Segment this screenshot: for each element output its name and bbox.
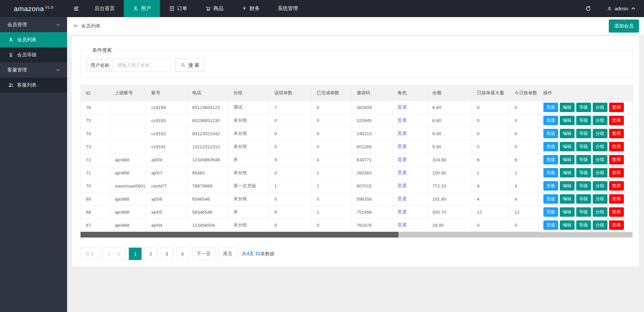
action-recharge-button[interactable]: 充值 [543, 142, 558, 151]
page-prev-button[interactable]: 上一页 [102, 248, 126, 260]
action-edit-button[interactable]: 编辑 [560, 194, 575, 204]
role-link[interactable]: 普通 [397, 183, 407, 188]
role-link[interactable]: 普通 [397, 105, 407, 110]
horizontal-scrollbar[interactable] [80, 232, 633, 238]
action-recharge-button[interactable]: 充值 [543, 168, 558, 177]
sidebar-group-会员管理[interactable]: 会员管理 [0, 17, 67, 32]
action-disable-button[interactable]: 禁用 [609, 181, 624, 191]
cell-role: 普通 [392, 153, 427, 166]
action-level-button[interactable]: 等级 [576, 155, 591, 164]
action-disable-button[interactable]: 禁用 [609, 129, 624, 138]
nav-item-label: 订单 [177, 5, 187, 12]
action-recharge-button[interactable]: 充值 [543, 129, 558, 138]
role-link[interactable]: 普通 [397, 196, 407, 201]
action-recharge-button[interactable]: 充值 [543, 103, 558, 112]
action-group-button[interactable]: 分组 [593, 129, 607, 138]
action-edit-button[interactable]: 编辑 [560, 207, 575, 217]
action-group-button[interactable]: 分组 [593, 103, 607, 112]
search-row: 用户名称 搜 索 [86, 59, 626, 71]
sidebar-item-会员等级[interactable]: 会员等级 [0, 47, 67, 62]
action-level-button[interactable]: 等级 [576, 129, 591, 138]
action-recharge-button[interactable]: 充值 [543, 155, 558, 164]
refresh-icon[interactable] [578, 0, 598, 17]
content-card: 条件搜索 用户名称 搜 索 ID上级账号账号电话分组该组单数已完 [72, 36, 639, 266]
action-level-button[interactable]: 等级 [576, 103, 591, 112]
action-level-button[interactable]: 等级 [576, 181, 591, 191]
cell-completed: 0 [312, 101, 352, 114]
cell-account: aj007 [146, 166, 187, 179]
action-disable-button[interactable]: 禁用 [609, 168, 624, 177]
nav-item-订单[interactable]: 订单 [160, 0, 196, 17]
sidebar-item-会员列表[interactable]: 会员列表 [0, 32, 67, 47]
action-recharge-button[interactable]: 充值 [543, 207, 558, 217]
table-row: 75cc919385236951230未分组00320945普通6.8000充值… [81, 114, 633, 127]
action-disable-button[interactable]: 禁用 [609, 220, 624, 230]
action-edit-button[interactable]: 编辑 [560, 116, 575, 125]
role-link[interactable]: 普通 [397, 144, 407, 149]
page-number-1[interactable]: 1 [129, 248, 142, 260]
action-disable-button[interactable]: 禁用 [609, 155, 624, 164]
action-group-button[interactable]: 分组 [593, 116, 607, 125]
page-last-button[interactable]: 尾页 [218, 248, 237, 260]
action-recharge-button[interactable]: 充值 [543, 194, 558, 204]
page-number-4[interactable]: 4 [176, 248, 189, 260]
sidebar-item-客服列表[interactable]: 客服列表 [0, 77, 67, 93]
cell-phone: 12345663546 [187, 153, 228, 166]
action-edit-button[interactable]: 编辑 [560, 168, 575, 177]
role-link[interactable]: 普通 [397, 222, 407, 227]
action-disable-button[interactable]: 禁用 [609, 103, 624, 112]
action-edit-button[interactable]: 编辑 [560, 155, 575, 164]
action-level-button[interactable]: 等级 [576, 207, 591, 217]
action-group-button[interactable]: 分组 [593, 207, 607, 217]
nav-item-商品[interactable]: 商品 [196, 0, 232, 17]
username-input[interactable] [113, 59, 171, 71]
action-recharge-button[interactable]: 充值 [543, 116, 558, 125]
user-menu[interactable]: admin [598, 0, 644, 17]
nav-right: admin [578, 0, 644, 17]
action-level-button[interactable]: 等级 [576, 168, 591, 177]
action-edit-button[interactable]: 编辑 [560, 220, 575, 230]
nav-item-系统管理[interactable]: 系统管理 [269, 0, 307, 17]
role-link[interactable]: 普通 [397, 157, 407, 162]
action-group-button[interactable]: 分组 [593, 220, 607, 230]
sidebar-group-客服管理[interactable]: 客服管理 [0, 62, 67, 77]
action-edit-button[interactable]: 编辑 [560, 181, 575, 191]
page-next-button[interactable]: 下一页 [192, 248, 215, 260]
action-edit-button[interactable]: 编辑 [560, 142, 575, 151]
action-disable-button[interactable]: 禁用 [609, 142, 624, 151]
action-disable-button[interactable]: 禁用 [609, 116, 624, 125]
page-first-button[interactable]: 首页 [80, 248, 99, 260]
cell-account: aj004 [146, 219, 187, 232]
action-group-button[interactable]: 分组 [593, 194, 607, 204]
action-group-button[interactable]: 分组 [593, 155, 607, 164]
role-link[interactable]: 普通 [397, 131, 407, 136]
add-member-button[interactable]: 添加会员 [609, 19, 639, 33]
page-number-2[interactable]: 2 [145, 248, 157, 260]
hamburger-icon[interactable] [67, 0, 86, 17]
action-edit-button[interactable]: 编辑 [560, 103, 575, 112]
nav-item-后台首页[interactable]: 后台首页 [86, 0, 124, 17]
nav-item-用户[interactable]: 用户 [124, 0, 160, 17]
action-group-button[interactable]: 分组 [593, 142, 607, 151]
page-number-3[interactable]: 3 [160, 248, 173, 260]
action-disable-button[interactable]: 禁用 [609, 194, 624, 204]
nav-item-财务[interactable]: ¥财务 [232, 0, 269, 17]
action-level-button[interactable]: 等级 [576, 220, 591, 230]
action-level-button[interactable]: 等级 [576, 116, 591, 125]
search-button[interactable]: 搜 索 [175, 59, 204, 71]
cell-balance: 772.10 [427, 179, 472, 193]
action-level-button[interactable]: 等级 [576, 194, 591, 204]
action-disable-button[interactable]: 禁用 [609, 207, 624, 217]
role-link[interactable]: 普通 [397, 118, 407, 123]
cell-daily_max: 0 [472, 101, 509, 114]
action-group-button[interactable]: 分组 [593, 168, 607, 177]
horizontal-scrollbar-thumb[interactable] [80, 232, 398, 238]
action-edit-button[interactable]: 编辑 [560, 129, 575, 138]
role-link[interactable]: 普通 [397, 170, 407, 175]
action-level-button[interactable]: 等级 [576, 142, 591, 151]
search-legend: 条件搜索 [89, 47, 115, 53]
action-recharge-button[interactable]: 充值 [543, 220, 558, 230]
role-link[interactable]: 普通 [397, 209, 407, 214]
action-recharge-button[interactable]: 充值 [543, 181, 558, 191]
action-group-button[interactable]: 分组 [593, 181, 607, 191]
